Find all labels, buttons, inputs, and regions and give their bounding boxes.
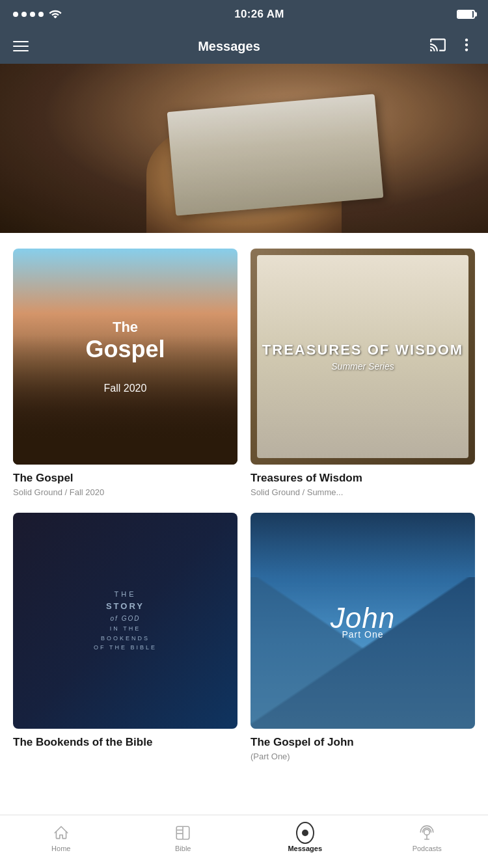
card-gospel[interactable]: The Gospel Fall 2020 The Gospel Solid Gr… (13, 249, 237, 497)
tab-home-label: Home (51, 845, 70, 852)
wisdom-thumb-line2: Summer Series (262, 361, 463, 372)
gospel-subtitle: Solid Ground / Fall 2020 (13, 487, 237, 497)
card-wisdom[interactable]: TREASURES OF WISDOM Summer Series Treasu… (251, 249, 475, 497)
status-bar-left (13, 8, 62, 21)
hero-image (0, 64, 488, 233)
story-thumb-line2: STORY (94, 600, 157, 614)
cards-grid: The Gospel Fall 2020 The Gospel Solid Gr… (13, 249, 475, 761)
status-time: 10:26 AM (234, 8, 284, 21)
bible-icon (174, 824, 192, 842)
wisdom-subtitle: Solid Ground / Summe... (251, 487, 475, 497)
wisdom-thumb-line1: TREASURES OF WISDOM (262, 342, 463, 359)
battery-icon (457, 10, 475, 19)
hamburger-icon[interactable] (13, 41, 29, 51)
tab-home[interactable]: Home (35, 824, 87, 852)
more-icon[interactable] (458, 36, 475, 56)
messages-icon (296, 824, 314, 842)
john-title: The Gospel of John (251, 735, 475, 750)
nav-right (429, 36, 475, 56)
home-icon (52, 824, 70, 842)
gospel-thumb-line2: Gospel (85, 336, 165, 363)
tab-messages-label: Messages (288, 845, 322, 852)
signal-dots (13, 12, 44, 17)
tab-messages[interactable]: Messages (279, 824, 331, 852)
nav-bar: Messages (0, 29, 488, 64)
gospel-thumb-line3: Fall 2020 (85, 383, 165, 394)
podcasts-icon (418, 824, 436, 842)
tab-podcasts-label: Podcasts (413, 845, 442, 852)
content-area: The Gospel Fall 2020 The Gospel Solid Gr… (0, 233, 488, 777)
story-title: The Bookends of the Bible (13, 735, 237, 750)
status-bar: 10:26 AM (0, 0, 488, 29)
card-story[interactable]: THE STORY of GOD in the Bookends of the … (13, 513, 237, 761)
story-thumb-line3: of GOD (94, 614, 157, 624)
card-john[interactable]: John Part One The Gospel of John (Part O… (251, 513, 475, 761)
card-john-thumb: John Part One (251, 513, 475, 729)
gospel-thumb-line1: The (85, 319, 165, 336)
tab-bar: Home Bible Messages (0, 815, 488, 868)
story-thumb-line6: of the Bible (94, 643, 157, 652)
tab-bible[interactable]: Bible (157, 824, 209, 852)
svg-point-0 (465, 38, 468, 41)
svg-point-7 (424, 829, 430, 835)
cast-icon[interactable] (429, 36, 446, 56)
tab-podcasts[interactable]: Podcasts (401, 824, 453, 852)
svg-point-1 (465, 44, 468, 46)
gospel-title: The Gospel (13, 471, 237, 485)
wifi-icon (49, 8, 62, 21)
story-thumb-line5: Bookends (94, 634, 157, 643)
svg-point-2 (465, 48, 468, 51)
card-gospel-thumb: The Gospel Fall 2020 (13, 249, 237, 465)
wisdom-title: Treasures of Wisdom (251, 471, 475, 485)
card-wisdom-thumb: TREASURES OF WISDOM Summer Series (251, 249, 475, 465)
tab-bible-label: Bible (175, 845, 191, 852)
nav-left (13, 41, 29, 51)
story-thumb-line1: THE (94, 589, 157, 601)
john-subtitle: (Part One) (251, 752, 475, 761)
story-thumb-line4: in the (94, 624, 157, 633)
card-story-thumb: THE STORY of GOD in the Bookends of the … (13, 513, 237, 729)
nav-title: Messages (198, 39, 260, 54)
